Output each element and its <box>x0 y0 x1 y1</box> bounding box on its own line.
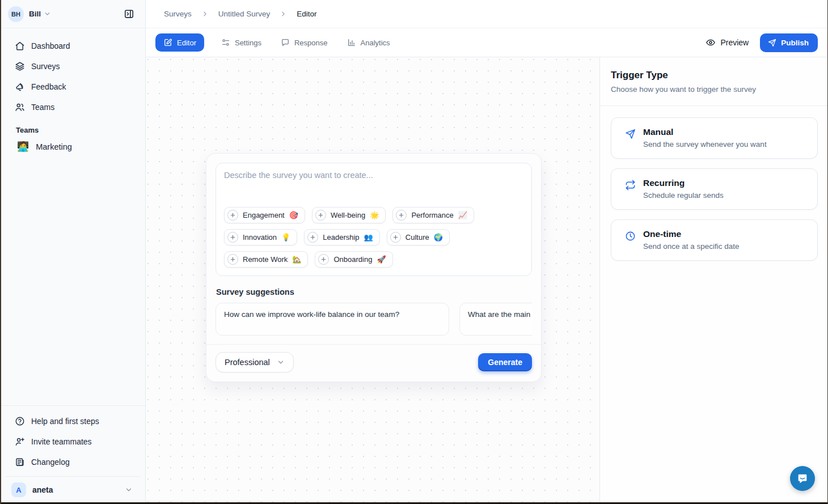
preview-label: Preview <box>720 38 749 47</box>
sidebar-item-label: Surveys <box>31 62 60 71</box>
sidebar-item-label: Help and first steps <box>31 417 99 426</box>
topic-chip-engagement[interactable]: Engagement 🎯 <box>224 207 305 223</box>
composer-footer: Professional Generate <box>206 344 541 374</box>
preview-button[interactable]: Preview <box>706 37 749 48</box>
sidebar-item-invite[interactable]: Invite teammates <box>6 432 140 451</box>
changelog-icon <box>15 457 25 467</box>
sidebar-item-feedback[interactable]: Feedback <box>6 77 140 96</box>
pencil-square-icon <box>163 38 172 47</box>
plus-circle-icon <box>227 232 238 243</box>
sidebar-item-surveys[interactable]: Surveys <box>6 57 140 76</box>
sidebar-item-changelog[interactable]: Changelog <box>6 452 140 472</box>
team-emoji: 🧑‍💻 <box>17 142 29 151</box>
topic-emoji: 🏡 <box>292 255 301 264</box>
topic-emoji: 💡 <box>281 233 290 242</box>
trigger-option-recurring[interactable]: Recurring Schedule regular sends <box>611 168 818 210</box>
sidebar-item-label: Dashboard <box>31 41 70 50</box>
trigger-option-manual[interactable]: Manual Send the survey whenever you want <box>611 117 818 159</box>
tab-settings[interactable]: Settings <box>220 33 263 52</box>
chevron-right-icon <box>280 10 287 18</box>
topic-label: Engagement <box>243 211 285 219</box>
topic-emoji: 👥 <box>364 233 373 242</box>
sidebar-item-dashboard[interactable]: Dashboard <box>6 36 140 56</box>
editor-canvas[interactable]: Engagement 🎯 Well-being 🌟 Performance 📈 … <box>146 57 599 504</box>
topic-label: Performance <box>411 211 453 219</box>
send-icon <box>768 39 776 47</box>
account-menu[interactable]: A aneta <box>6 476 140 504</box>
tab-response[interactable]: Response <box>280 33 329 52</box>
trigger-option-title: Manual <box>643 127 767 137</box>
suggestions-row: How can we improve work-life balance in … <box>216 303 532 336</box>
tab-label: Analytics <box>361 39 390 47</box>
workspace-switcher[interactable]: BH Bill <box>0 0 145 28</box>
topic-chip-performance[interactable]: Performance 📈 <box>392 207 474 223</box>
trigger-option-text: One-time Send once at a specific date <box>643 229 740 251</box>
suggestion-card[interactable]: How can we improve work-life balance in … <box>216 303 449 336</box>
account-avatar: A <box>11 482 26 497</box>
sidebar-footer: Help and first steps Invite teammates Ch… <box>0 405 145 504</box>
megaphone-icon <box>15 82 25 92</box>
topic-label: Culture <box>405 233 429 242</box>
tab-editor[interactable]: Editor <box>155 33 204 52</box>
generate-button[interactable]: Generate <box>478 353 532 371</box>
topic-chip-leadership[interactable]: Leadership 👥 <box>304 229 380 245</box>
chat-launcher-button[interactable] <box>790 466 815 491</box>
tab-analytics[interactable]: Analytics <box>346 33 391 52</box>
users-icon <box>15 102 25 112</box>
topic-chip-onboarding[interactable]: Onboarding 🚀 <box>315 251 392 268</box>
sidebar-nav: Dashboard Surveys Feedback Teams Teams 🧑… <box>0 28 145 155</box>
sidebar-item-label: Feedback <box>31 82 66 91</box>
breadcrumb-untitled-survey[interactable]: Untitled Survey <box>218 10 271 18</box>
topic-chip-well-being[interactable]: Well-being 🌟 <box>312 207 386 223</box>
sidebar-item-label: Teams <box>31 103 54 112</box>
sidebar-item-help[interactable]: Help and first steps <box>6 412 140 431</box>
tab-label: Settings <box>235 39 261 47</box>
trigger-option-title: Recurring <box>643 178 724 188</box>
clock-icon <box>625 231 636 251</box>
send-icon <box>625 129 636 149</box>
suggestion-card[interactable]: What are the main ob <box>459 303 532 336</box>
sidebar-item-label: Invite teammates <box>31 437 92 446</box>
breadcrumb-surveys[interactable]: Surveys <box>164 10 192 18</box>
trigger-option-text: Manual Send the survey whenever you want <box>643 127 767 149</box>
topic-label: Remote Work <box>243 255 288 264</box>
topic-chip-culture[interactable]: Culture 🌍 <box>387 229 450 245</box>
panel-subtitle: Choose how you want to trigger the surve… <box>611 85 817 94</box>
topic-label: Well-being <box>331 211 365 219</box>
plus-circle-icon <box>315 210 326 221</box>
panel-title: Trigger Type <box>611 70 817 81</box>
sidebar-collapse-button[interactable] <box>119 5 138 24</box>
publish-label: Publish <box>781 39 809 47</box>
suggestions-title: Survey suggestions <box>216 287 532 297</box>
trigger-type-panel: Trigger Type Choose how you want to trig… <box>599 57 828 504</box>
topic-emoji: 🎯 <box>289 211 298 219</box>
account-name: aneta <box>32 485 53 494</box>
chat-smile-icon <box>796 472 809 485</box>
publish-button[interactable]: Publish <box>760 33 818 52</box>
sidebar-team-marketing[interactable]: 🧑‍💻 Marketing <box>6 138 140 155</box>
sidebar-spacer <box>0 155 145 405</box>
panel-collapse-icon <box>124 9 134 19</box>
chevron-down-icon <box>277 358 285 366</box>
topic-emoji: 📈 <box>458 211 467 219</box>
survey-prompt-input[interactable] <box>216 163 531 207</box>
tone-value: Professional <box>225 358 270 367</box>
teams-section-label: Teams <box>6 118 140 138</box>
trigger-option-one-time[interactable]: One-time Send once at a specific date <box>611 219 818 261</box>
sidebar-item-teams[interactable]: Teams <box>6 98 140 117</box>
topic-chip-innovation[interactable]: Innovation 💡 <box>224 229 297 245</box>
topic-chip-remote-work[interactable]: Remote Work 🏡 <box>224 251 308 268</box>
tab-label: Response <box>294 39 328 47</box>
repeat-icon <box>625 180 636 200</box>
sidebar: BH Bill Dashboard Surveys F <box>0 0 146 504</box>
plus-circle-icon <box>307 232 318 243</box>
help-circle-icon <box>15 416 25 426</box>
chat-bubble-icon <box>281 38 290 47</box>
trigger-options: Manual Send the survey whenever you want… <box>600 106 828 261</box>
breadcrumb-editor: Editor <box>297 10 316 18</box>
plus-circle-icon <box>227 254 238 265</box>
workspace-name: Bill <box>29 10 41 18</box>
tone-select[interactable]: Professional <box>216 352 294 372</box>
sidebar-item-label: Changelog <box>31 458 70 467</box>
plus-circle-icon <box>396 210 407 221</box>
